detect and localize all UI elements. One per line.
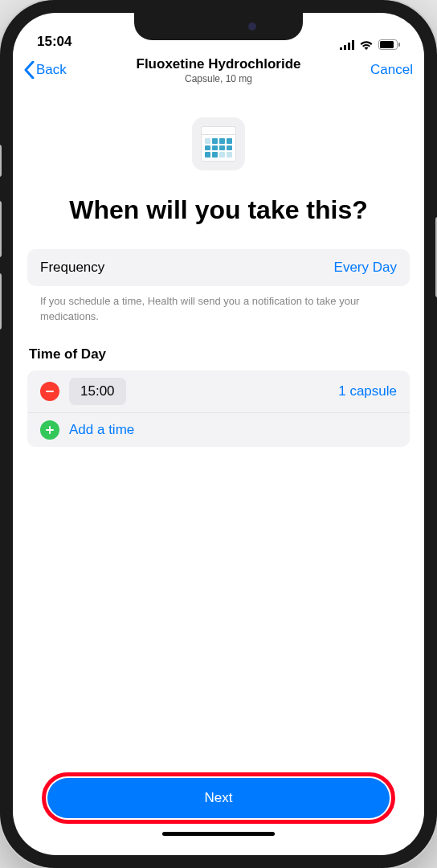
nav-bar: Back Fluoxetine Hydrochloride Capsule, 1… xyxy=(13,53,424,85)
cellular-icon xyxy=(340,40,354,50)
next-button[interactable]: Next xyxy=(47,778,390,818)
nav-title: Fluoxetine Hydrochloride Capsule, 10 mg xyxy=(137,56,301,84)
remove-time-button[interactable] xyxy=(40,382,59,401)
content: When will you take this? Frequency Every… xyxy=(13,85,424,855)
mute-switch xyxy=(0,145,2,177)
notch xyxy=(134,13,303,40)
battery-icon xyxy=(378,39,400,50)
footer: Next xyxy=(27,772,410,855)
frequency-row[interactable]: Frequency Every Day xyxy=(27,249,410,286)
hero: When will you take this? xyxy=(27,85,410,249)
minus-icon xyxy=(44,386,55,397)
time-entry-row: 15:00 1 capsule xyxy=(27,371,410,412)
frequency-value: Every Day xyxy=(334,260,397,276)
add-time-button[interactable] xyxy=(40,420,59,440)
screen: 15:04 Back Fluoxetine Hydrochloride Caps… xyxy=(13,13,424,855)
svg-rect-3 xyxy=(46,391,54,392)
frequency-group: Frequency Every Day xyxy=(27,249,410,286)
calendar-icon xyxy=(192,117,245,170)
time-of-day-title: Time of Day xyxy=(27,324,410,371)
medication-form: Capsule, 10 mg xyxy=(137,73,301,84)
dose-selector[interactable]: 1 capsule xyxy=(338,383,397,399)
back-label: Back xyxy=(36,62,67,78)
status-icons xyxy=(340,39,400,50)
add-time-label: Add a time xyxy=(69,422,134,438)
next-highlight: Next xyxy=(42,772,395,824)
volume-down xyxy=(0,273,2,330)
frequency-label: Frequency xyxy=(40,260,104,276)
svg-rect-2 xyxy=(398,43,400,47)
plus-icon xyxy=(44,424,55,436)
cancel-button[interactable]: Cancel xyxy=(370,62,413,78)
add-time-row[interactable]: Add a time xyxy=(27,412,410,447)
svg-rect-1 xyxy=(380,41,394,48)
back-button[interactable]: Back xyxy=(24,61,67,79)
svg-rect-5 xyxy=(49,426,51,434)
schedule-hint: If you schedule a time, Health will send… xyxy=(27,286,410,323)
time-group: 15:00 1 capsule Add a time xyxy=(27,371,410,447)
wifi-icon xyxy=(359,39,374,50)
home-indicator[interactable] xyxy=(162,832,275,836)
chevron-left-icon xyxy=(24,61,35,79)
medication-name: Fluoxetine Hydrochloride xyxy=(137,56,301,72)
page-heading: When will you take this? xyxy=(27,194,410,225)
status-time: 15:04 xyxy=(37,34,71,50)
volume-up xyxy=(0,201,2,257)
phone-frame: 15:04 Back Fluoxetine Hydrochloride Caps… xyxy=(0,0,437,868)
time-picker[interactable]: 15:00 xyxy=(69,378,126,405)
